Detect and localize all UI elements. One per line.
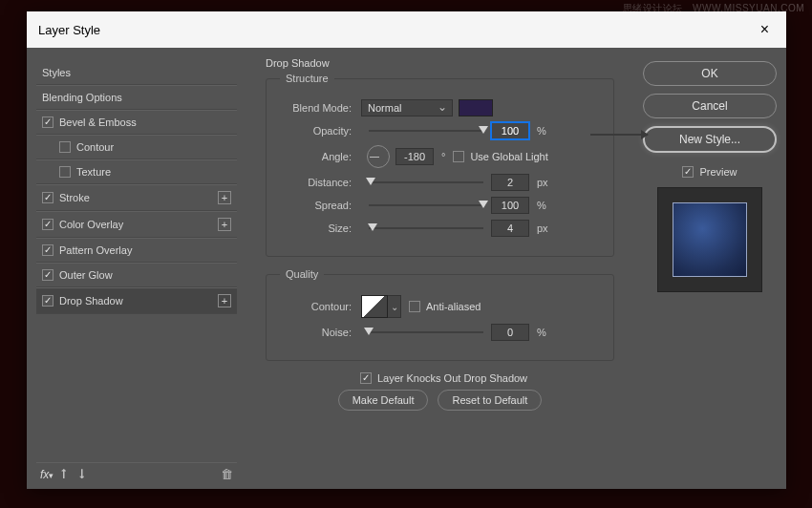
- opacity-unit: %: [537, 125, 546, 137]
- quality-legend: Quality: [280, 268, 324, 280]
- sidebar-item-texture[interactable]: Texture: [36, 159, 237, 184]
- spread-label: Spread:: [280, 200, 361, 211]
- sidebar-item-pattern-overlay[interactable]: Pattern Overlay: [36, 238, 237, 263]
- noise-slider[interactable]: [369, 326, 483, 339]
- fx-menu[interactable]: fx: [40, 468, 49, 481]
- preview-swatch: [673, 202, 747, 277]
- sidebar-item-label: Outer Glow: [59, 269, 113, 281]
- opacity-label: Opacity:: [280, 125, 361, 137]
- cancel-button[interactable]: Cancel: [643, 94, 777, 118]
- shadow-color-swatch[interactable]: [459, 99, 493, 116]
- panel-title: Drop Shadow: [266, 57, 614, 69]
- sidebar: Styles Blending Options Bevel & Emboss C…: [27, 48, 246, 489]
- fx-caret-icon[interactable]: ▾: [49, 471, 53, 480]
- sidebar-item-label: Contour: [76, 141, 114, 153]
- layer-style-dialog: Layer Style × Styles Blending Options Be…: [27, 11, 786, 489]
- distance-unit: px: [537, 177, 548, 188]
- distance-label: Distance:: [280, 177, 361, 188]
- contour-caret-icon[interactable]: ⌄: [388, 295, 401, 318]
- checkbox-icon[interactable]: [59, 141, 71, 153]
- sidebar-item-styles[interactable]: Styles: [36, 61, 237, 85]
- knockout-label: Layer Knocks Out Drop Shadow: [377, 372, 527, 384]
- checkbox-icon[interactable]: [42, 116, 53, 128]
- checkbox-icon[interactable]: [42, 295, 53, 307]
- spread-unit: %: [537, 200, 546, 211]
- plus-icon[interactable]: +: [218, 191, 231, 204]
- ok-button[interactable]: OK: [643, 61, 777, 86]
- sidebar-item-label: Color Overlay: [59, 219, 123, 230]
- opacity-slider[interactable]: [369, 124, 483, 138]
- dialog-body: Styles Blending Options Bevel & Emboss C…: [27, 48, 786, 489]
- sidebar-item-label: Drop Shadow: [59, 295, 123, 307]
- preview-label: Preview: [699, 166, 737, 178]
- style-list: Styles Blending Options Bevel & Emboss C…: [36, 61, 237, 462]
- checkbox-icon[interactable]: [42, 244, 53, 256]
- size-unit: px: [537, 222, 548, 234]
- noise-unit: %: [537, 327, 546, 338]
- spread-slider[interactable]: [369, 199, 483, 212]
- noise-label: Noise:: [280, 327, 361, 338]
- global-light-checkbox[interactable]: [453, 151, 464, 162]
- angle-dial[interactable]: [367, 145, 390, 168]
- checkbox-icon[interactable]: [59, 166, 71, 178]
- make-default-button[interactable]: Make Default: [338, 390, 429, 411]
- quality-group: Quality Contour: ⌄ Anti-aliased Noise: %: [266, 268, 614, 361]
- distance-input[interactable]: [491, 174, 529, 191]
- sidebar-footer: fx▾ 🠕 🠗 🗑: [36, 462, 237, 481]
- structure-legend: Structure: [280, 73, 334, 84]
- sidebar-item-contour[interactable]: Contour: [36, 135, 237, 159]
- checkbox-icon[interactable]: [42, 192, 53, 203]
- sidebar-item-color-overlay[interactable]: Color Overlay+: [36, 211, 237, 238]
- preview-thumbnail: [657, 187, 762, 292]
- sidebar-item-blending-options[interactable]: Blending Options: [36, 85, 237, 110]
- plus-icon[interactable]: +: [218, 218, 231, 231]
- arrow-up-icon[interactable]: 🠕: [56, 468, 72, 481]
- size-label: Size:: [280, 222, 361, 234]
- sidebar-item-label: Bevel & Emboss: [59, 116, 137, 128]
- trash-icon[interactable]: 🗑: [221, 467, 233, 481]
- checkbox-icon[interactable]: [42, 219, 53, 230]
- arrow-down-icon[interactable]: 🠗: [75, 468, 90, 481]
- sidebar-item-label: Styles: [42, 67, 71, 78]
- knockout-checkbox[interactable]: [360, 372, 372, 384]
- preview-checkbox[interactable]: [682, 166, 694, 178]
- checkbox-icon[interactable]: [42, 269, 53, 281]
- sidebar-item-stroke[interactable]: Stroke+: [36, 184, 237, 211]
- antialiased-label: Anti-aliased: [426, 301, 481, 312]
- contour-label: Contour:: [280, 301, 361, 312]
- plus-icon[interactable]: +: [218, 294, 231, 307]
- distance-slider[interactable]: [369, 176, 483, 189]
- angle-unit: °: [441, 151, 445, 162]
- sidebar-item-label: Stroke: [59, 192, 90, 203]
- new-style-button[interactable]: New Style...: [643, 126, 777, 153]
- reset-default-button[interactable]: Reset to Default: [438, 390, 542, 411]
- spread-input[interactable]: [491, 197, 529, 214]
- global-light-label: Use Global Light: [470, 151, 547, 162]
- sidebar-item-drop-shadow[interactable]: Drop Shadow+: [36, 287, 237, 314]
- contour-picker[interactable]: [361, 295, 388, 318]
- title-bar: Layer Style ×: [27, 11, 786, 48]
- size-input[interactable]: [491, 220, 529, 237]
- sidebar-item-label: Pattern Overlay: [59, 244, 132, 256]
- dialog-title: Layer Style: [38, 23, 100, 37]
- antialiased-checkbox[interactable]: [409, 301, 420, 312]
- right-panel: OK Cancel New Style... Preview: [633, 48, 786, 489]
- sidebar-item-label: Blending Options: [42, 92, 122, 103]
- blend-mode-select[interactable]: Normal: [361, 99, 453, 116]
- angle-label: Angle:: [280, 151, 361, 162]
- sidebar-item-label: Texture: [76, 166, 111, 178]
- sidebar-item-bevel-emboss[interactable]: Bevel & Emboss: [36, 110, 237, 135]
- structure-group: Structure Blend Mode: Normal Opacity: % …: [266, 73, 614, 257]
- close-icon[interactable]: ×: [755, 21, 775, 38]
- annotation-arrow-icon: [590, 134, 648, 136]
- size-slider[interactable]: [369, 222, 483, 235]
- sidebar-item-outer-glow[interactable]: Outer Glow: [36, 263, 237, 287]
- opacity-input[interactable]: [491, 122, 529, 139]
- angle-input[interactable]: [395, 148, 434, 165]
- settings-panel: Drop Shadow Structure Blend Mode: Normal…: [246, 48, 633, 489]
- blend-mode-label: Blend Mode:: [280, 102, 361, 114]
- noise-input[interactable]: [491, 324, 529, 341]
